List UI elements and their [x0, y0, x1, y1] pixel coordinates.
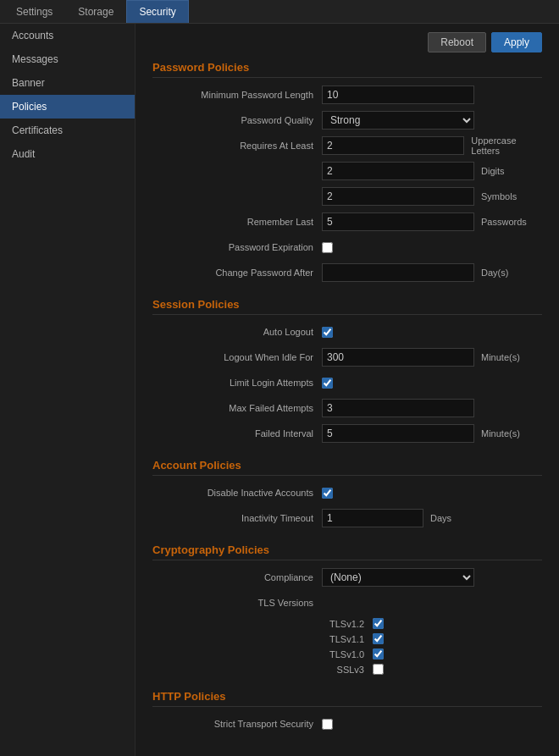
auto-logout-checkbox[interactable]: [322, 327, 333, 338]
sidebar-item-banner[interactable]: Banner: [0, 71, 135, 95]
cryptography-policies-heading: Cryptography Policies: [152, 544, 542, 560]
top-tabs: Settings Storage Security: [0, 0, 559, 24]
quality-row: Password Quality Strong Good Weak None: [152, 110, 542, 130]
tls-versions-label: TLS Versions: [152, 598, 322, 608]
idle-label: Logout When Idle For: [152, 352, 322, 362]
change-after-input[interactable]: [322, 263, 474, 282]
disable-inactive-checkbox[interactable]: [322, 488, 333, 499]
strict-transport-checkbox[interactable]: [322, 719, 333, 730]
tab-settings[interactable]: Settings: [3, 0, 65, 23]
min-length-input[interactable]: [322, 86, 474, 104]
tlsv12-checkbox[interactable]: [373, 618, 384, 629]
symbols-row: Symbols: [152, 186, 542, 207]
digits-input[interactable]: [322, 162, 474, 180]
account-policies-section: Account Policies Disable Inactive Accoun…: [152, 459, 542, 528]
tlsv11-label: TLSv1.1: [322, 634, 373, 644]
compliance-select[interactable]: (None) FIPS Suite B: [322, 568, 474, 587]
auto-logout-label: Auto Logout: [152, 327, 322, 337]
sidebar-item-accounts[interactable]: Accounts: [0, 24, 135, 47]
toolbar: Reboot Apply: [152, 32, 542, 52]
min-length-label: Minimum Password Length: [152, 90, 322, 100]
tlsv10-row: TLSv1.0: [152, 648, 542, 659]
requires-label: Requires At Least: [152, 141, 322, 151]
failed-interval-label: Failed Interval: [152, 428, 322, 439]
change-after-suffix: Day(s): [481, 268, 508, 278]
expiration-row: Password Expiration: [152, 237, 542, 257]
quality-label: Password Quality: [152, 115, 322, 125]
http-policies-section: HTTP Policies Strict Transport Security: [152, 690, 542, 734]
symbols-suffix: Symbols: [481, 191, 517, 201]
failed-interval-row: Failed Interval Minute(s): [152, 423, 542, 444]
session-policies-heading: Session Policies: [152, 298, 542, 315]
digits-row: Digits: [152, 161, 542, 181]
sidebar: Accounts Messages Banner Policies Certif…: [0, 24, 136, 756]
max-failed-label: Max Failed Attempts: [152, 403, 322, 413]
tlsv11-row: TLSv1.1: [152, 633, 542, 644]
uppercase-input[interactable]: [322, 136, 464, 155]
idle-input[interactable]: [322, 348, 474, 367]
symbols-input[interactable]: [322, 187, 474, 206]
quality-select[interactable]: Strong Good Weak None: [322, 111, 474, 130]
sslv3-row: SSLv3: [152, 664, 542, 675]
requires-uppercase-row: Requires At Least Uppercase Letters: [152, 135, 542, 156]
sidebar-item-policies[interactable]: Policies: [0, 95, 135, 119]
password-policies-heading: Password Policies: [152, 61, 542, 78]
tlsv11-checkbox[interactable]: [373, 633, 384, 644]
auto-logout-row: Auto Logout: [152, 322, 542, 342]
idle-row: Logout When Idle For Minute(s): [152, 347, 542, 367]
sidebar-item-messages[interactable]: Messages: [0, 47, 135, 71]
max-failed-row: Max Failed Attempts: [152, 398, 542, 418]
tab-storage[interactable]: Storage: [65, 0, 126, 23]
max-failed-input[interactable]: [322, 399, 474, 417]
inactivity-label: Inactivity Timeout: [152, 513, 322, 523]
disable-inactive-row: Disable Inactive Accounts: [152, 483, 542, 503]
change-after-row: Change Password After Day(s): [152, 262, 542, 283]
strict-transport-row: Strict Transport Security: [152, 714, 542, 734]
expiration-checkbox[interactable]: [322, 242, 333, 253]
inactivity-suffix: Days: [430, 513, 451, 523]
digits-suffix: Digits: [481, 166, 505, 176]
remember-label: Remember Last: [152, 217, 322, 227]
inactivity-row: Inactivity Timeout Days: [152, 508, 542, 528]
sslv3-label: SSLv3: [322, 665, 373, 675]
idle-suffix: Minute(s): [481, 352, 520, 362]
tab-security[interactable]: Security: [126, 0, 188, 23]
limit-attempts-checkbox[interactable]: [322, 378, 333, 389]
tlsv10-label: TLSv1.0: [322, 649, 373, 659]
limit-attempts-row: Limit Login Attempts: [152, 372, 542, 393]
disable-inactive-label: Disable Inactive Accounts: [152, 488, 322, 498]
inactivity-input[interactable]: [322, 509, 423, 527]
tls-versions-label-row: TLS Versions: [152, 593, 542, 613]
remember-row: Remember Last Passwords: [152, 212, 542, 232]
apply-button[interactable]: Apply: [491, 32, 542, 52]
reboot-button[interactable]: Reboot: [428, 32, 486, 52]
failed-interval-suffix: Minute(s): [481, 428, 520, 439]
failed-interval-input[interactable]: [322, 424, 474, 443]
password-policies-section: Password Policies Minimum Password Lengt…: [152, 61, 542, 283]
tlsv12-row: TLSv1.2: [152, 618, 542, 629]
expiration-label: Password Expiration: [152, 242, 322, 252]
strict-transport-label: Strict Transport Security: [152, 719, 322, 729]
change-after-label: Change Password After: [152, 268, 322, 278]
uppercase-suffix: Uppercase Letters: [471, 135, 542, 156]
tlsv10-checkbox[interactable]: [373, 648, 384, 659]
cryptography-policies-section: Cryptography Policies Compliance (None) …: [152, 544, 542, 675]
sidebar-item-certificates[interactable]: Certificates: [0, 119, 135, 142]
tlsv12-label: TLSv1.2: [322, 619, 373, 629]
remember-input[interactable]: [322, 212, 474, 231]
compliance-label: Compliance: [152, 572, 322, 582]
session-policies-section: Session Policies Auto Logout Logout When…: [152, 298, 542, 444]
sslv3-checkbox[interactable]: [373, 664, 384, 675]
sidebar-item-audit[interactable]: Audit: [0, 142, 135, 166]
main-content: Reboot Apply Password Policies Minimum P…: [136, 24, 559, 756]
min-length-row: Minimum Password Length: [152, 85, 542, 105]
compliance-row: Compliance (None) FIPS Suite B: [152, 567, 542, 588]
remember-suffix: Passwords: [481, 217, 527, 227]
http-policies-heading: HTTP Policies: [152, 690, 542, 707]
limit-attempts-label: Limit Login Attempts: [152, 378, 322, 388]
account-policies-heading: Account Policies: [152, 459, 542, 476]
